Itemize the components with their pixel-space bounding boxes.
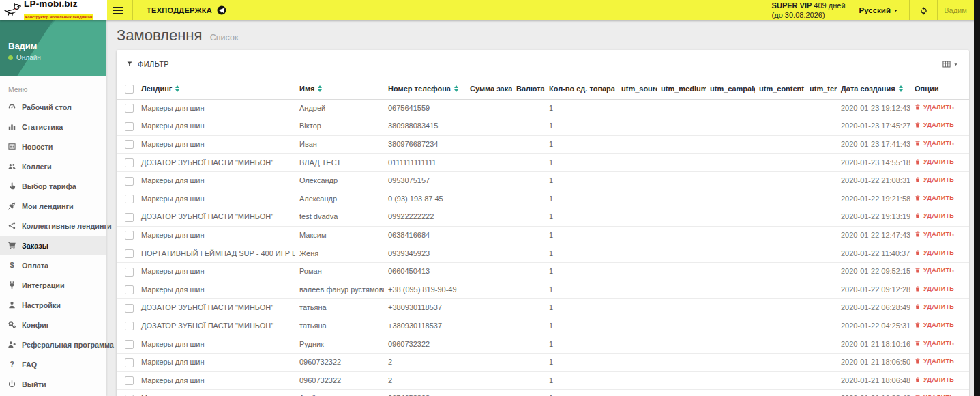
cell-utm-content (755, 117, 805, 136)
refresh-button[interactable] (910, 0, 937, 20)
column-settings-button[interactable] (942, 59, 958, 69)
card-toolbar: ФИЛЬТР (117, 50, 969, 79)
page-subtitle: Список (210, 33, 239, 42)
row-checkbox[interactable] (125, 158, 134, 167)
menu-toggle-icon[interactable] (113, 5, 125, 16)
row-checkbox[interactable] (125, 340, 134, 349)
row-checkbox[interactable] (125, 231, 134, 240)
refresh-icon (919, 6, 928, 15)
cell-qty: 1 (545, 390, 617, 396)
sidebar-item-colleagues[interactable]: Коллеги (0, 156, 106, 176)
delete-button[interactable]: УДАЛИТЬ (915, 212, 954, 219)
row-checkbox[interactable] (125, 322, 134, 330)
delete-button[interactable]: УДАЛИТЬ (915, 249, 954, 256)
row-checkbox[interactable] (125, 213, 134, 222)
cell-utm-term (805, 299, 837, 317)
sidebar-item-settings[interactable]: Настройки (0, 295, 106, 315)
online-status-dot (8, 55, 13, 60)
cell-utm-content (755, 244, 805, 263)
delete-label: УДАЛИТЬ (923, 358, 954, 365)
trash-icon (915, 158, 921, 165)
delete-button[interactable]: УДАЛИТЬ (915, 267, 954, 274)
column-header-created[interactable]: Дата создания (837, 79, 910, 99)
row-checkbox[interactable] (125, 358, 134, 367)
cell-utm-medium (657, 208, 706, 227)
select-all-checkbox[interactable] (125, 85, 134, 94)
sidebar-item-logout[interactable]: Выйти (0, 374, 106, 394)
sidebar-item-news[interactable]: Новости (0, 137, 106, 156)
select-all-header[interactable] (117, 79, 137, 99)
sidebar-item-config[interactable]: Конфиг (0, 315, 106, 335)
sidebar-item-statistics[interactable]: Статистика (0, 117, 106, 137)
delete-button[interactable]: УДАЛИТЬ (915, 322, 954, 328)
row-checkbox[interactable] (125, 104, 134, 113)
sidebar-item-referral-program[interactable]: Реферальная программа (0, 335, 106, 354)
cell-qty: 1 (545, 226, 617, 244)
filter-button[interactable]: ФИЛЬТР (126, 60, 169, 68)
cell-qty: 1 (545, 299, 617, 317)
cell-utm-term (805, 317, 837, 335)
sidebar-item-orders[interactable]: Заказы (0, 236, 106, 255)
delete-button[interactable]: УДАЛИТЬ (915, 140, 954, 147)
cell-qty: 1 (545, 317, 617, 335)
delete-button[interactable]: УДАЛИТЬ (915, 303, 954, 310)
sidebar-menu: Рабочий стол Статистика Новости Коллеги … (0, 97, 106, 394)
delete-button[interactable]: УДАЛИТЬ (915, 340, 954, 347)
delete-button[interactable]: УДАЛИТЬ (915, 376, 954, 383)
table-row: ДОЗАТОР ЗУБНОЇ ПАСТИ "МИНЬОН" ВЛАД ТЕСТ … (117, 154, 969, 172)
row-checkbox[interactable] (125, 195, 134, 203)
dog-logo-icon (3, 3, 22, 18)
row-checkbox[interactable] (125, 268, 134, 277)
row-checkbox[interactable] (125, 140, 134, 149)
cell-qty: 1 (545, 281, 617, 299)
sidebar-item-faq[interactable]: FAQ (0, 354, 106, 374)
cell-utm-source (617, 154, 657, 172)
cell-sum (466, 171, 512, 190)
delete-button[interactable]: УДАЛИТЬ (915, 195, 954, 201)
row-checkbox[interactable] (125, 249, 134, 258)
delete-button[interactable]: УДАЛИТЬ (915, 358, 954, 365)
dollar-icon (7, 261, 16, 270)
cell-created: 2020-01-22 04:25:31 (837, 317, 910, 335)
support-button[interactable]: ТЕХПОДДЕРЖКА (133, 0, 239, 20)
delete-button[interactable]: УДАЛИТЬ (915, 158, 954, 165)
sidebar-item-my-landings[interactable]: Мои лендинги (0, 196, 106, 216)
cell-utm-source (617, 262, 657, 281)
cell-utm-medium (657, 317, 706, 335)
delete-button[interactable]: УДАЛИТЬ (915, 231, 954, 238)
delete-label: УДАЛИТЬ (923, 322, 954, 328)
delete-button[interactable]: УДАЛИТЬ (915, 104, 954, 111)
row-checkbox[interactable] (125, 122, 134, 131)
column-header-name[interactable]: Имя (295, 79, 384, 99)
cell-utm-content (755, 171, 805, 190)
scrollbar[interactable] (974, 0, 980, 396)
language-label: Русский (859, 6, 891, 14)
row-checkbox[interactable] (125, 376, 134, 385)
sidebar-item-collective-landings[interactable]: Коллективные лендинги (0, 216, 106, 236)
delete-label: УДАЛИТЬ (923, 267, 954, 274)
cell-sum (466, 135, 512, 154)
cell-phone: 09922222222 (384, 208, 466, 227)
delete-button[interactable]: УДАЛИТЬ (915, 285, 954, 292)
row-checkbox[interactable] (125, 177, 134, 186)
cell-name: Роман (295, 262, 384, 281)
sidebar-item-dashboard[interactable]: Рабочий стол (0, 97, 106, 117)
column-header-phone[interactable]: Номер телефона (384, 79, 466, 99)
row-checkbox[interactable] (125, 304, 134, 313)
cell-sum (466, 117, 512, 136)
logo[interactable]: LP-mobi.biz Конструктор мобильных лендин… (0, 0, 107, 20)
cell-utm-campaign (706, 262, 755, 281)
table-row: Маркеры для шин Олександр 0953075157 1 2… (117, 171, 969, 190)
sidebar-item-tariff-choice[interactable]: Выбор тарифа (0, 176, 106, 196)
column-header-landing[interactable]: Лендинг (137, 79, 295, 99)
cell-sum (466, 190, 512, 208)
cell-sum (466, 281, 512, 299)
delete-button[interactable]: УДАЛИТЬ (915, 122, 954, 128)
sidebar-item-integrations[interactable]: Интеграции (0, 275, 106, 295)
row-checkbox[interactable] (125, 285, 134, 294)
delete-button[interactable]: УДАЛИТЬ (915, 176, 954, 183)
topbar-username[interactable]: Вадим (938, 6, 973, 14)
sidebar-item-payment[interactable]: Оплата (0, 255, 106, 275)
language-selector[interactable]: Русский (859, 6, 898, 14)
chevron-down-icon (953, 62, 958, 67)
